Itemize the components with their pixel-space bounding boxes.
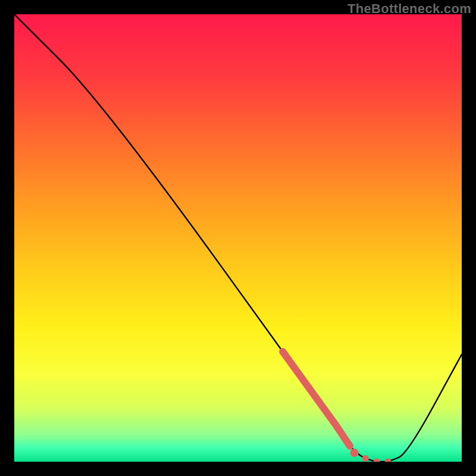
highlight-dot (374, 459, 380, 462)
bottleneck-curve (14, 14, 462, 462)
highlight-dot (350, 449, 359, 457)
plot-frame (14, 14, 462, 462)
plot-area (14, 14, 462, 462)
chart-root: TheBottleneck.com (0, 0, 476, 476)
curve-path (14, 14, 462, 462)
highlight-dot (384, 459, 391, 462)
highlight-dot (362, 455, 369, 462)
watermark-label: TheBottleneck.com (347, 1, 471, 17)
highlight-segment (283, 352, 350, 446)
